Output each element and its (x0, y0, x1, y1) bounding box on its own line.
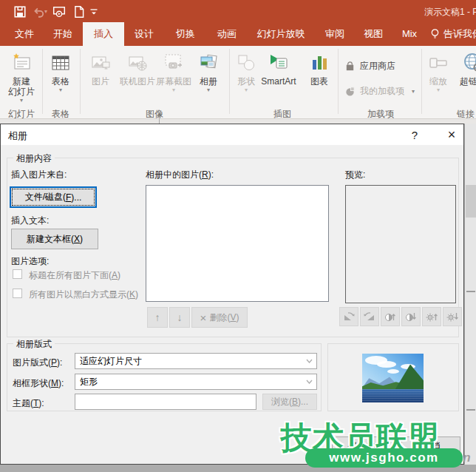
captions-checkbox-label: 标题在所有图片下面(A) (29, 269, 120, 282)
tab-view[interactable]: 视图 (355, 22, 392, 46)
close-icon: × (448, 127, 456, 143)
shapes-label: 形状 (237, 76, 255, 87)
remove-button[interactable]: × 删除(V) (191, 307, 248, 328)
chevron-down-icon: ▾ (192, 87, 225, 93)
delete-x-icon: × (200, 311, 207, 324)
screenshot-button[interactable]: 屏幕截图 ▾ (154, 52, 193, 93)
group-separator (229, 49, 230, 114)
chart-button[interactable]: 图表 (303, 52, 336, 87)
app-store-label: 应用商店 (360, 60, 395, 73)
chevron-down-icon: ▾ (231, 87, 262, 93)
table-icon (50, 52, 72, 74)
rotate-right-button[interactable] (360, 307, 379, 326)
theme-input[interactable] (75, 394, 256, 410)
save-icon[interactable] (13, 5, 27, 18)
hyperlink-button[interactable]: 超链接 (454, 52, 476, 87)
new-document-icon[interactable] (72, 5, 86, 18)
my-addins-label: 我的加载项 (360, 85, 404, 98)
contrast-up-button[interactable] (381, 307, 400, 326)
photo-album-icon (197, 52, 220, 74)
zoom-link-button[interactable]: 缩放 ▾ (423, 52, 454, 93)
brightness-up-button[interactable] (422, 307, 441, 326)
table-button[interactable]: 表格 ▾ (44, 52, 77, 93)
move-down-button[interactable]: ↓ (169, 307, 190, 328)
tab-animations[interactable]: 动画 (208, 22, 245, 46)
captions-checkbox[interactable] (13, 269, 22, 279)
hyperlink-icon (462, 52, 476, 74)
tab-design[interactable]: 设计 (126, 22, 163, 46)
file-disk-button[interactable]: 文件/磁盘(F)... (10, 186, 97, 208)
combo-chevron-icon[interactable] (302, 354, 316, 368)
rotate-left-button[interactable] (339, 307, 358, 326)
brightness-down-button[interactable] (443, 307, 462, 326)
tab-slideshow[interactable]: 幻灯片放映 (247, 22, 315, 46)
new-slide-label: 新建 (13, 76, 30, 87)
undo-dropdown-icon[interactable]: ▾ (44, 8, 47, 15)
picture-button[interactable]: 图片 (84, 52, 118, 87)
contrast-down-icon (404, 310, 418, 323)
tell-me-box[interactable]: 告诉我你 (430, 22, 476, 46)
group-separator (421, 49, 422, 114)
preview-box (345, 185, 456, 303)
tab-transitions[interactable]: 切换 (167, 22, 204, 46)
start-slideshow-icon[interactable] (52, 5, 66, 18)
smartart-button[interactable]: SmartArt (257, 52, 300, 87)
insert-text-label: 插入文本: (11, 215, 49, 227)
dialog-help-button[interactable]: ? (401, 124, 428, 145)
black-white-checkbox[interactable] (13, 289, 22, 298)
watermark-dash (466, 291, 475, 292)
new-textbox-button[interactable]: 新建文本框(X) (11, 229, 98, 249)
insert-picture-from-label: 插入图片来自: (11, 169, 67, 181)
album-pictures-listbox[interactable] (146, 185, 329, 302)
photo-album-button[interactable]: 相册 ▾ (192, 52, 225, 93)
zoom-link-label: 缩放 (429, 76, 447, 87)
frame-shape-combobox[interactable]: 矩形 (75, 374, 317, 390)
brightness-down-icon (446, 310, 459, 323)
tab-file[interactable]: 文件 (6, 22, 43, 46)
picture-layout-label: 图片版式(P): (13, 357, 62, 369)
contrast-up-icon (384, 310, 397, 323)
scrollbar-thumb[interactable] (466, 185, 476, 218)
undo-icon[interactable] (32, 5, 45, 18)
tab-mix[interactable]: Mix (393, 22, 426, 46)
ribbon: 新建 幻灯片 ▾ 幻灯片 表格 ▾ 表格 (0, 46, 476, 119)
group-separator (80, 49, 81, 114)
pictures-in-album-label: 相册中的图片(R): (146, 169, 214, 181)
help-icon: ? (412, 129, 418, 141)
watermark-dash (466, 409, 475, 411)
contrast-down-button[interactable] (401, 307, 421, 326)
rotate-left-icon (342, 310, 356, 323)
chart-icon (308, 52, 330, 74)
combo-chevron-icon[interactable] (302, 374, 316, 389)
table-label: 表格 (52, 76, 69, 87)
dialog-title-bar[interactable]: 相册 ? × (1, 124, 463, 145)
photo-album-dialog: 相册 ? × 相册内容 插入图片来自: 文件/磁盘(F)... 插入文本: 新建… (0, 124, 464, 465)
customize-qat-icon[interactable] (89, 5, 99, 18)
my-addins-button[interactable]: 我的加载项 ▾ (344, 83, 415, 99)
new-slide-label2: 幻灯片 (8, 87, 35, 97)
addin-icon (344, 86, 356, 97)
watermark-url: www.jsgho.com (305, 448, 463, 468)
brightness-up-icon (425, 310, 438, 323)
photo-album-label: 相册 (200, 76, 217, 87)
frame-shape-value: 矩形 (80, 376, 98, 388)
online-pictures-button[interactable]: 联机图片 (118, 52, 157, 87)
powerpoint-window: ▾ 演示文稿1 - P 文件 开始 插入 设计 切换 动画 幻灯片放映 审阅 视… (0, 0, 476, 472)
chevron-down-icon: ▾ (412, 88, 415, 95)
picture-icon (89, 52, 112, 74)
new-slide-icon (10, 52, 33, 74)
online-pictures-label: 联机图片 (120, 76, 155, 87)
new-slide-button[interactable]: 新建 幻灯片 ▾ (4, 52, 39, 104)
group-separator (338, 49, 339, 114)
tab-home[interactable]: 开始 (44, 22, 81, 46)
tell-me-label: 告诉我你 (443, 22, 476, 46)
app-store-button[interactable]: 应用商店 (344, 58, 395, 74)
browse-button[interactable]: 浏览(B)... (262, 394, 317, 410)
screenshot-icon (163, 52, 185, 74)
tab-review[interactable]: 审阅 (316, 22, 353, 46)
down-arrow-icon: ↓ (177, 311, 183, 323)
move-up-button[interactable]: ↑ (147, 307, 168, 328)
tab-insert[interactable]: 插入 (83, 22, 124, 46)
picture-layout-combobox[interactable]: 适应幻灯片尺寸 (75, 353, 317, 369)
dialog-close-button[interactable]: × (438, 124, 465, 145)
